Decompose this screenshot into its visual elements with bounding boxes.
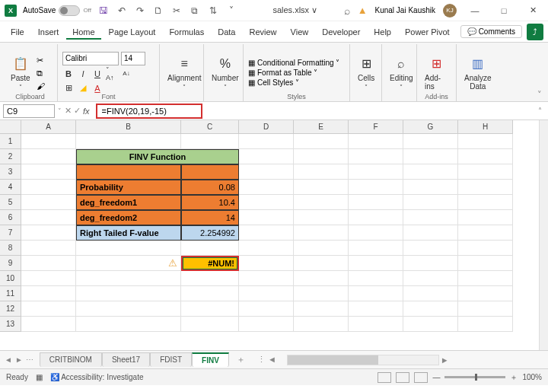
cell-H12[interactable] bbox=[458, 301, 513, 317]
cell-A1[interactable] bbox=[21, 134, 76, 149]
cell-C10[interactable] bbox=[181, 271, 239, 286]
cell-A7[interactable] bbox=[21, 225, 76, 241]
comments-button[interactable]: 💬 Comments bbox=[460, 25, 522, 38]
cell-D5[interactable] bbox=[239, 195, 294, 210]
italic-button[interactable]: I bbox=[77, 68, 89, 80]
cell-B2[interactable]: FINV Function bbox=[76, 149, 239, 164]
accept-formula-icon[interactable]: ✓ bbox=[74, 106, 81, 116]
col-header-H[interactable]: H bbox=[458, 120, 513, 134]
cell-E13[interactable] bbox=[294, 317, 349, 332]
copy-icon[interactable]: ⧉ bbox=[37, 69, 45, 78]
cell-A3[interactable] bbox=[21, 164, 76, 180]
cell-G4[interactable] bbox=[403, 180, 458, 195]
cell-E11[interactable] bbox=[294, 286, 349, 301]
cell-G12[interactable] bbox=[403, 301, 458, 317]
row-header-7[interactable]: 7 bbox=[0, 225, 21, 241]
cell-B12[interactable] bbox=[76, 301, 181, 317]
cell-B1[interactable] bbox=[76, 134, 181, 149]
cell-E1[interactable] bbox=[294, 134, 349, 149]
undo-icon[interactable]: ↶ bbox=[116, 5, 128, 17]
cell-G1[interactable] bbox=[403, 134, 458, 149]
editing-button[interactable]: ⌕ Editing ˅ bbox=[387, 54, 416, 92]
sheet-tab-sheet17[interactable]: Sheet17 bbox=[102, 352, 150, 367]
cell-B9[interactable]: ⚠ bbox=[76, 256, 181, 271]
cell-D11[interactable] bbox=[239, 286, 294, 301]
menu-home[interactable]: Home bbox=[66, 24, 100, 40]
row-header-12[interactable]: 12 bbox=[0, 301, 21, 317]
cell-G11[interactable] bbox=[403, 286, 458, 301]
expand-formula-icon[interactable]: ˄ bbox=[538, 107, 545, 115]
menu-page-layout[interactable]: Page Layout bbox=[103, 24, 162, 40]
cell-F10[interactable] bbox=[349, 271, 403, 286]
cell-B5[interactable]: deg_freedom1 bbox=[76, 195, 181, 210]
cell-E7[interactable] bbox=[294, 225, 349, 241]
row-header-5[interactable]: 5 bbox=[0, 195, 21, 210]
share-button[interactable]: ⤴ bbox=[527, 24, 543, 40]
cell-A12[interactable] bbox=[21, 301, 76, 317]
menu-data[interactable]: Data bbox=[212, 24, 241, 40]
menu-insert[interactable]: Insert bbox=[32, 24, 65, 40]
cell-D8[interactable] bbox=[239, 241, 294, 256]
col-header-G[interactable]: G bbox=[403, 120, 458, 134]
page-layout-view-button[interactable] bbox=[396, 372, 409, 383]
accessibility-status[interactable]: ♿ Accessibility: Investigate bbox=[50, 373, 144, 381]
format-as-table-button[interactable]: ▦Format as Table ˅ bbox=[248, 69, 339, 77]
cell-E10[interactable] bbox=[294, 271, 349, 286]
close-button[interactable]: ✕ bbox=[522, 3, 543, 18]
horizontal-scrollbar[interactable] bbox=[287, 355, 439, 365]
cell-F5[interactable] bbox=[349, 195, 403, 210]
cell-G7[interactable] bbox=[403, 225, 458, 241]
cell-F9[interactable] bbox=[349, 256, 403, 271]
col-header-E[interactable]: E bbox=[294, 120, 349, 134]
decrease-font-button[interactable]: A↓ bbox=[120, 68, 132, 80]
autosave-toggle[interactable]: AutoSave Off bbox=[23, 5, 91, 16]
cell-C1[interactable] bbox=[181, 134, 239, 149]
error-indicator-icon[interactable]: ⚠ bbox=[168, 257, 177, 269]
cell-H6[interactable] bbox=[458, 210, 513, 225]
sheet-tab-finv[interactable]: FINV bbox=[192, 352, 229, 367]
cell-C12[interactable] bbox=[181, 301, 239, 317]
cell-E6[interactable] bbox=[294, 210, 349, 225]
conditional-formatting-button[interactable]: ▦Conditional Formatting ˅ bbox=[248, 59, 339, 67]
menu-power-pivot[interactable]: Power Pivot bbox=[399, 24, 456, 40]
format-painter-icon[interactable]: 🖌 bbox=[37, 81, 45, 91]
fx-icon[interactable]: fx bbox=[83, 107, 90, 116]
vertical-scrollbar[interactable] bbox=[539, 120, 548, 350]
cell-F11[interactable] bbox=[349, 286, 403, 301]
toggle-switch[interactable] bbox=[59, 5, 80, 16]
page-break-view-button[interactable] bbox=[414, 372, 428, 383]
increase-font-button[interactable]: ˅ A↑ bbox=[106, 68, 118, 80]
save-icon[interactable]: 🖫 bbox=[97, 5, 110, 17]
cell-D1[interactable] bbox=[239, 134, 294, 149]
cell-B10[interactable] bbox=[76, 271, 181, 286]
tab-nav[interactable]: ◄►⋯ bbox=[5, 355, 33, 364]
row-header-13[interactable]: 13 bbox=[0, 317, 21, 332]
cell-D2[interactable] bbox=[239, 149, 294, 164]
cell-D9[interactable] bbox=[239, 256, 294, 271]
warning-icon[interactable]: ▲ bbox=[358, 5, 368, 16]
cell-B8[interactable] bbox=[76, 241, 181, 256]
sort-icon[interactable]: ⇅ bbox=[207, 5, 219, 17]
row-header-11[interactable]: 11 bbox=[0, 286, 21, 301]
menu-file[interactable]: File bbox=[5, 24, 30, 40]
cell-F12[interactable] bbox=[349, 301, 403, 317]
menu-review[interactable]: Review bbox=[243, 24, 282, 40]
row-header-1[interactable]: 1 bbox=[0, 134, 21, 149]
number-button[interactable]: % Number ˅ bbox=[209, 54, 242, 92]
cell-A13[interactable] bbox=[21, 317, 76, 332]
cell-A2[interactable] bbox=[21, 149, 76, 164]
cell-C3[interactable] bbox=[181, 164, 239, 180]
maximize-button[interactable]: □ bbox=[493, 3, 515, 18]
cell-B11[interactable] bbox=[76, 286, 181, 301]
redo-icon[interactable]: ↷ bbox=[134, 5, 146, 17]
row-header-3[interactable]: 3 bbox=[0, 164, 21, 180]
cell-A11[interactable] bbox=[21, 286, 76, 301]
row-header-9[interactable]: 9 bbox=[0, 256, 21, 271]
zoom-out-button[interactable]: ― bbox=[432, 373, 440, 381]
cell-H1[interactable] bbox=[458, 134, 513, 149]
col-header-B[interactable]: B bbox=[76, 120, 181, 134]
cell-B6[interactable]: deg_freedom2 bbox=[76, 210, 181, 225]
menu-help[interactable]: Help bbox=[368, 24, 397, 40]
menu-formulas[interactable]: Formulas bbox=[163, 24, 210, 40]
cell-H8[interactable] bbox=[458, 241, 513, 256]
